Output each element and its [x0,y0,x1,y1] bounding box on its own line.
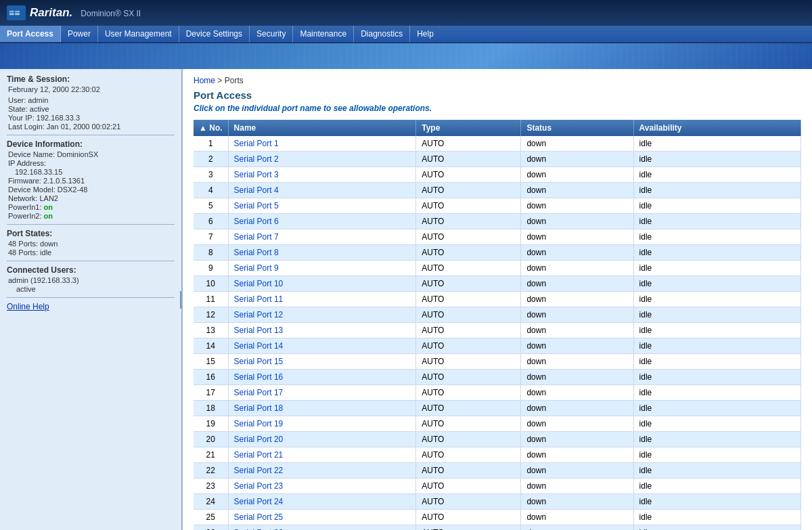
cell-name[interactable]: Serial Port 20 [228,432,416,447]
table-row: 20 Serial Port 20 AUTO down idle [194,432,801,447]
cell-no: 15 [194,354,228,370]
ip-address-label: IP Address: [7,159,175,167]
cell-name[interactable]: Serial Port 19 [228,416,416,432]
col-availability[interactable]: Availability [633,120,800,136]
cell-name[interactable]: Serial Port 10 [228,276,416,292]
cell-no: 4 [194,183,228,198]
cell-availability: idle [633,494,800,510]
table-row: 9 Serial Port 9 AUTO down idle [194,261,801,276]
cell-type: AUTO [416,463,521,479]
cell-name[interactable]: Serial Port 26 [228,525,416,531]
nav-maintenance[interactable]: Maintenance [293,26,354,42]
cell-no: 20 [194,432,228,447]
table-row: 19 Serial Port 19 AUTO down idle [194,416,801,432]
cell-name[interactable]: Serial Port 18 [228,401,416,416]
cell-status: down [521,136,633,152]
cell-name[interactable]: Serial Port 23 [228,479,416,494]
table-row: 25 Serial Port 25 AUTO down idle [194,510,801,525]
page-subtitle: Click on the individual port name to see… [194,104,801,113]
cell-type: AUTO [416,152,521,167]
logo-brand: Raritan. [30,6,72,20]
cell-no: 6 [194,214,228,229]
table-row: 23 Serial Port 23 AUTO down idle [194,479,801,494]
cell-type: AUTO [416,167,521,183]
cell-type: AUTO [416,494,521,510]
cell-availability: idle [633,447,800,463]
top-nav: Port Access Power User Management Device… [0,26,812,43]
col-status[interactable]: Status [521,120,633,136]
cell-name[interactable]: Serial Port 24 [228,494,416,510]
connected-users-title: Connected Users: [7,265,175,275]
cell-no: 10 [194,276,228,292]
cell-no: 17 [194,385,228,401]
cell-type: AUTO [416,323,521,338]
network: Network: LAN2 [7,194,175,202]
cell-name[interactable]: Serial Port 13 [228,323,416,338]
ports-down: 48 Ports: down [7,240,175,248]
cell-no: 5 [194,198,228,214]
nav-help[interactable]: Help [410,26,441,42]
cell-name[interactable]: Serial Port 17 [228,385,416,401]
cell-name[interactable]: Serial Port 11 [228,292,416,307]
cell-name[interactable]: Serial Port 21 [228,447,416,463]
table-row: 14 Serial Port 14 AUTO down idle [194,338,801,354]
cell-availability: idle [633,416,800,432]
cell-name[interactable]: Serial Port 6 [228,214,416,229]
cell-type: AUTO [416,447,521,463]
col-name[interactable]: Name [228,120,416,136]
cell-status: down [521,167,633,183]
cell-status: down [521,479,633,494]
cell-no: 14 [194,338,228,354]
cell-name[interactable]: Serial Port 15 [228,354,416,370]
cell-availability: idle [633,463,800,479]
cell-no: 24 [194,494,228,510]
nav-device-settings[interactable]: Device Settings [179,26,250,42]
cell-status: down [521,432,633,447]
cell-name[interactable]: Serial Port 8 [228,245,416,261]
cell-availability: idle [633,354,800,370]
nav-power[interactable]: Power [61,26,98,42]
port-states-section: Port States: 48 Ports: down 48 Ports: id… [7,229,175,257]
ip-value: 192.168.33.15 [7,168,175,176]
cell-name[interactable]: Serial Port 7 [228,229,416,245]
cell-name[interactable]: Serial Port 3 [228,167,416,183]
time-session-title: Time & Session: [7,74,175,84]
cell-availability: idle [633,401,800,416]
cell-status: down [521,370,633,385]
divider-1 [7,135,175,135]
cell-name[interactable]: Serial Port 22 [228,463,416,479]
online-help-link[interactable]: Online Help [7,302,175,311]
cell-name[interactable]: Serial Port 9 [228,261,416,276]
cell-name[interactable]: Serial Port 4 [228,183,416,198]
cell-type: AUTO [416,416,521,432]
cell-status: down [521,401,633,416]
cell-status: down [521,323,633,338]
cell-no: 3 [194,167,228,183]
breadcrumb-home[interactable]: Home [194,76,215,85]
sidebar-collapse-arrow[interactable]: ◀ [180,291,183,309]
nav-port-access[interactable]: Port Access [0,26,61,42]
cell-name[interactable]: Serial Port 25 [228,510,416,525]
col-no[interactable]: ▲ No. [194,120,228,136]
table-row: 13 Serial Port 13 AUTO down idle [194,323,801,338]
col-type[interactable]: Type [416,120,521,136]
cell-type: AUTO [416,401,521,416]
nav-user-management[interactable]: User Management [98,26,179,42]
cell-availability: idle [633,152,800,167]
cell-name[interactable]: Serial Port 16 [228,370,416,385]
table-row: 15 Serial Port 15 AUTO down idle [194,354,801,370]
device-info-title: Device Information: [7,139,175,149]
cell-name[interactable]: Serial Port 14 [228,338,416,354]
cell-type: AUTO [416,385,521,401]
cell-no: 19 [194,416,228,432]
cell-name[interactable]: Serial Port 12 [228,307,416,323]
cell-type: AUTO [416,214,521,229]
cell-name[interactable]: Serial Port 5 [228,198,416,214]
cell-name[interactable]: Serial Port 1 [228,136,416,152]
cell-name[interactable]: Serial Port 2 [228,152,416,167]
cell-availability: idle [633,307,800,323]
nav-security[interactable]: Security [250,26,293,42]
sidebar: Time & Session: February 12, 2000 22:30:… [0,69,183,530]
nav-diagnostics[interactable]: Diagnostics [354,26,410,42]
sidebar-last-login: Last Login: Jan 01, 2000 00:02:21 [7,123,175,131]
